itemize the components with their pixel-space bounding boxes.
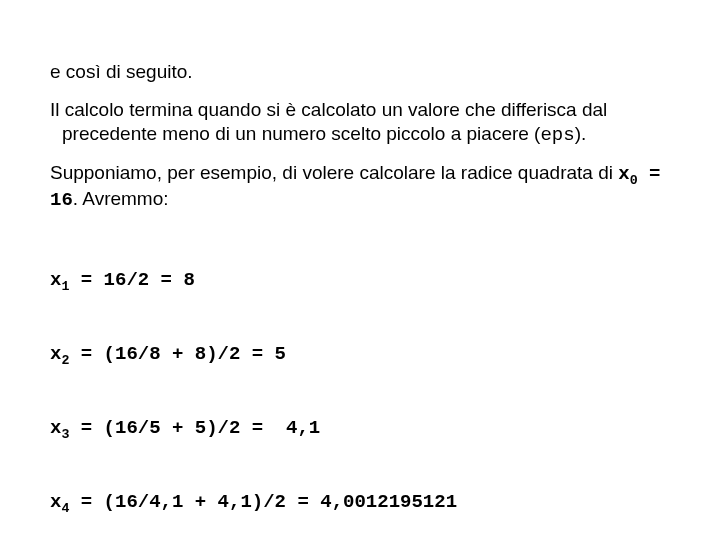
paragraph-intro: e così di seguito. — [50, 60, 670, 84]
calc-line-1: x1 = 16/2 = 8 — [50, 268, 670, 293]
expr: = (16/5 + 5)/2 = 4,1 — [69, 417, 320, 439]
text: e così di seguito. — [50, 61, 193, 82]
expr: = 16/2 = 8 — [69, 269, 194, 291]
paragraph-termination: Il calcolo termina quando si è calcolato… — [50, 98, 670, 148]
eps-code: eps — [540, 124, 574, 146]
x-symbol: x — [618, 163, 629, 185]
slide-content: e così di seguito. Il calcolo termina qu… — [0, 0, 720, 540]
calc-line-4: x4 = (16/4,1 + 4,1)/2 = 4,0012195121 — [50, 490, 670, 515]
expr: = (16/8 + 8)/2 = 5 — [69, 343, 286, 365]
sub-0: 0 — [630, 173, 638, 188]
var: x — [50, 417, 61, 439]
expr: = (16/4,1 + 4,1)/2 = 4,0012195121 — [69, 491, 457, 513]
text: . Avremmo: — [73, 188, 169, 209]
var: x — [50, 269, 61, 291]
var: x — [50, 491, 61, 513]
calc-line-2: x2 = (16/8 + 8)/2 = 5 — [50, 342, 670, 367]
var: x — [50, 343, 61, 365]
calculation-block: x1 = 16/2 = 8 x2 = (16/8 + 8)/2 = 5 x3 =… — [50, 219, 670, 540]
text: Il calcolo termina quando si è calcolato… — [50, 99, 607, 144]
calc-line-3: x3 = (16/5 + 5)/2 = 4,1 — [50, 416, 670, 441]
text: Supponiamo, per esempio, di volere calco… — [50, 162, 618, 183]
paragraph-example: Supponiamo, per esempio, di volere calco… — [50, 161, 670, 213]
text: ). — [575, 123, 587, 144]
